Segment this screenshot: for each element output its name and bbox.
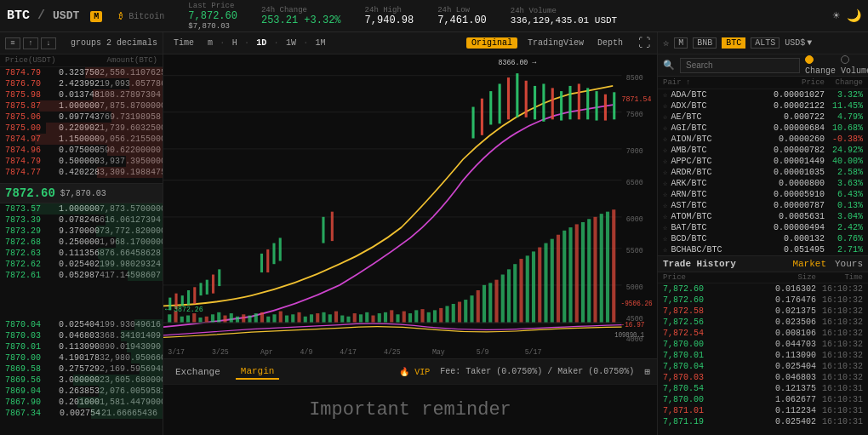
pair-star-icon[interactable]: ☆: [663, 146, 667, 155]
pair-row[interactable]: ☆ AST/BTC 0.00000787 0.13%: [658, 200, 868, 211]
ob-bid-row[interactable]: 7870.030.046803368.34101409: [0, 330, 163, 341]
chart-btn-1M[interactable]: 1M: [312, 37, 329, 49]
pair-row[interactable]: ☆ APPC/BTC 0.00001449 40.00%: [658, 156, 868, 167]
ob-bid-row[interactable]: 7872.620.025402199.98029324: [0, 259, 163, 270]
svg-rect-115: [560, 91, 562, 120]
pair-star-icon[interactable]: ☆: [663, 157, 667, 166]
ob-decimals-label[interactable]: 2 decimals: [106, 38, 157, 48]
svg-rect-89: [612, 209, 615, 323]
trade-row: 7,870.00 0.044703 16:10:32: [658, 339, 868, 350]
ob-ask-row[interactable]: 7876.702.42399219,093.05778640: [0, 78, 163, 89]
ob-ask-row[interactable]: 7874.790.5000003,937.39500000: [0, 156, 163, 167]
trade-size: 0.176476: [710, 295, 816, 305]
btc-badge[interactable]: BTC: [722, 37, 745, 49]
pair-star-icon[interactable]: ☆: [663, 223, 667, 232]
ob-bid-row[interactable]: 7870.040.025404199.93049616: [0, 319, 163, 330]
ob-ask-row[interactable]: 7874.971.1500009,056.21550000: [0, 134, 163, 145]
pair-row[interactable]: ☆ BCD/BTC 0.000132 0.76%: [658, 233, 868, 244]
ob-icon-both[interactable]: ≡: [5, 37, 20, 49]
chart-btn-H[interactable]: H: [229, 37, 241, 49]
pair-star-icon[interactable]: ☆: [663, 245, 667, 255]
pair-change: 6.43%: [825, 190, 863, 199]
chart-btn-m[interactable]: m: [204, 37, 216, 49]
chart-tab-tradingview[interactable]: TradingView: [524, 37, 587, 49]
moon-icon[interactable]: 🌙: [847, 9, 861, 23]
pair-row[interactable]: ☆ ARN/BTC 0.00005910 6.43%: [658, 189, 868, 200]
alts-badge[interactable]: ALTS: [751, 37, 779, 49]
volume-radio-label[interactable]: Volume: [841, 55, 868, 76]
ob-bid-row[interactable]: 7873.390.078246616.06127394: [0, 215, 163, 226]
chart-tab-depth[interactable]: Depth: [594, 37, 626, 49]
pair-star-icon[interactable]: ☆: [663, 90, 667, 100]
trade-row: 7,872.54 0.008106 16:10:32: [658, 328, 868, 339]
pair-row[interactable]: ☆ ADX/BTC 0.00002122 11.45%: [658, 100, 868, 112]
pair-row[interactable]: ☆ BAT/BTC 0.00000494 2.42%: [658, 222, 868, 233]
ob-ask-row[interactable]: 7874.960.075000590.62200000: [0, 145, 163, 156]
pair-star-icon[interactable]: ☆: [663, 179, 667, 188]
pair-star-icon[interactable]: ☆: [663, 101, 667, 111]
pair-star-icon[interactable]: ☆: [663, 123, 667, 133]
chart-btn-1D[interactable]: 1D: [253, 37, 270, 49]
ob-bid-row[interactable]: 7870.004.19017832,980.95066000: [0, 352, 163, 363]
pair-name: ARK/BTC: [671, 179, 761, 188]
pair-row[interactable]: ☆ BCHABC/BTC 0.051495 2.71%: [658, 244, 868, 255]
pair-star-icon[interactable]: ☆: [663, 201, 667, 210]
ob-icon-bids[interactable]: ↓: [41, 37, 56, 49]
pair-row[interactable]: ☆ ADA/BTC 0.00001027 3.32%: [658, 89, 868, 100]
ob-bid-row[interactable]: 7873.571.0000007,873.57000000: [0, 203, 163, 215]
svg-rect-43: [328, 314, 332, 323]
volume-radio[interactable]: [841, 55, 849, 64]
ob-ask-row[interactable]: 7875.871.0000007,875.87000000: [0, 100, 163, 112]
ob-bid-row[interactable]: 7872.630.111356876.66458628: [0, 248, 163, 259]
pair-star-icon[interactable]: ☆: [663, 212, 667, 221]
pair-star-icon[interactable]: ☆: [663, 190, 667, 199]
svg-text:-16.97: -16.97: [621, 320, 645, 329]
ob-bid-row[interactable]: 7869.563.00000023,605.68000000: [0, 375, 163, 386]
svg-rect-41: [316, 313, 319, 323]
pair-row[interactable]: ☆ AMB/BTC 0.00000782 24.92%: [658, 145, 868, 156]
ob-ask-row[interactable]: 7875.060.097743769.73198958: [0, 112, 163, 123]
pair-row[interactable]: ☆ AE/BTC 0.000722 4.79%: [658, 112, 868, 123]
ob-ask-row[interactable]: 7875.980.013748108.27897304: [0, 89, 163, 100]
fullscreen-icon[interactable]: ⛶: [638, 37, 650, 50]
pair-name: BAT/BTC: [671, 223, 761, 232]
ob-bid-row[interactable]: 7867.900.2010001,581.44790000: [0, 397, 163, 408]
ob-ask-row[interactable]: 7875.000.2209021,739.60325000: [0, 123, 163, 134]
change-radio[interactable]: [805, 55, 814, 64]
chart-time-buttons[interactable]: m · H · 1D · 1W · 1M: [204, 37, 329, 49]
pair-row[interactable]: ☆ ARDR/BTC 0.00001035 2.58%: [658, 167, 868, 178]
pair-star-icon[interactable]: ☆: [663, 168, 667, 177]
bnb-badge[interactable]: BNB: [693, 37, 717, 49]
ob-bid-row[interactable]: 7869.580.2757292,169.59569482: [0, 363, 163, 375]
pair-name: AE/BTC: [671, 112, 761, 122]
pair-star-icon[interactable]: ☆: [663, 135, 667, 144]
pair-row[interactable]: ☆ AION/BTC 0.0000260 -0.38%: [658, 134, 868, 145]
ob-bid-row[interactable]: 7872.610.052987417.14598607: [0, 270, 163, 281]
ob-bid-row[interactable]: 7867.340.00275421.66665436: [0, 408, 163, 419]
exchange-tab[interactable]: Exchange: [170, 365, 226, 379]
sun-icon[interactable]: ☀: [833, 9, 840, 23]
pair-row[interactable]: ☆ ARK/BTC 0.0000800 3.63%: [658, 178, 868, 189]
ob-bid-row[interactable]: 7870.010.113090890.01943090: [0, 341, 163, 352]
ob-bid-row[interactable]: 7872.680.2500001,968.17000000: [0, 237, 163, 248]
pair-row[interactable]: ☆ AGI/BTC 0.00000684 10.68%: [658, 123, 868, 134]
chart-btn-1W[interactable]: 1W: [283, 37, 300, 49]
pair-star-icon[interactable]: ☆: [663, 112, 667, 122]
ob-ask-row[interactable]: 7874.770.4202283,309.19884756: [0, 167, 163, 178]
usd-badge[interactable]: USD$ ▼: [785, 38, 812, 48]
trade-size: 1.062677: [710, 395, 816, 404]
pair-star-icon[interactable]: ☆: [663, 234, 667, 243]
chart-area: 8500 7500 7000 6500 6000 5500 5000 4500 …: [163, 54, 657, 358]
margin-tab[interactable]: Margin: [236, 364, 280, 380]
svg-rect-87: [600, 214, 603, 323]
pair-row[interactable]: ☆ ATOM/BTC 0.0005631 3.04%: [658, 211, 868, 222]
ob-icon-asks[interactable]: ↑: [23, 37, 38, 49]
ob-ask-row[interactable]: 7874.790.3237502,550.11076250: [0, 67, 163, 78]
chart-tab-original[interactable]: Original: [466, 37, 517, 49]
change-radio-label[interactable]: Change: [805, 55, 836, 76]
fee-info-icon[interactable]: ⊞: [644, 366, 650, 377]
ob-bid-row[interactable]: 7873.299.37000073,772.82000000: [0, 226, 163, 237]
ob-bid-row[interactable]: 7869.040.2638532,076.00595812: [0, 386, 163, 397]
m-badge[interactable]: M: [674, 37, 688, 49]
search-input[interactable]: [680, 58, 800, 73]
